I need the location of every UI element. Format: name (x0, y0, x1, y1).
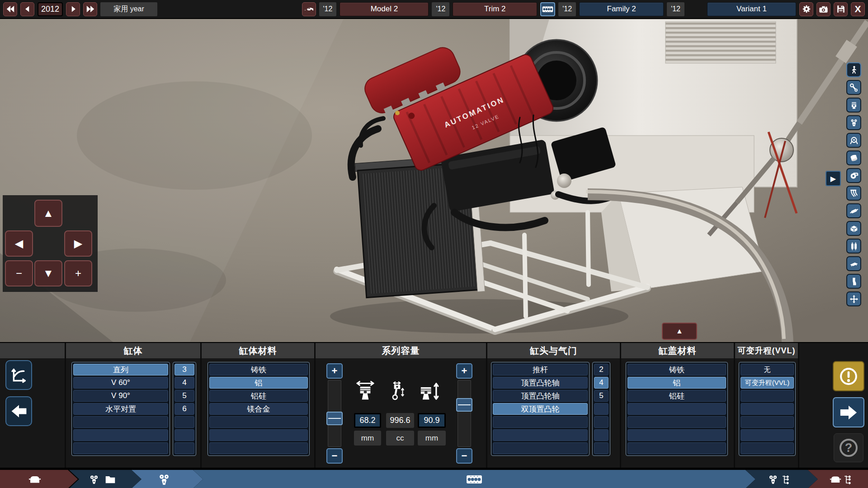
block-type-option[interactable]: V 60° (73, 377, 168, 389)
stroke-value[interactable]: 90.9 (418, 413, 446, 428)
bore-slider-handle[interactable] (326, 412, 343, 425)
engine-small-icon (769, 475, 777, 483)
vvl-option (741, 390, 794, 402)
variant-name-button[interactable]: Variant 1 (707, 2, 796, 16)
head-material-option[interactable]: 铸铁 (627, 364, 726, 375)
muffler-button[interactable] (846, 203, 861, 218)
head-type-option[interactable]: 顶置凸轮轴 (493, 390, 588, 402)
block-type-option[interactable]: V 90° (73, 390, 168, 402)
camera-zoom-out-button[interactable]: − (5, 260, 33, 286)
head-material-option[interactable]: 铝硅 (627, 390, 726, 402)
trim-name-button[interactable]: Trim 2 (453, 2, 537, 16)
valve-count-option[interactable]: 2 (594, 364, 609, 375)
car-model-button[interactable] (302, 2, 316, 16)
engine-family-button[interactable] (540, 2, 555, 16)
back-button[interactable] (5, 396, 32, 426)
conrod-button[interactable] (846, 80, 861, 95)
valve-count-option (594, 429, 609, 441)
help-icon: ? (840, 439, 858, 457)
block-material-option[interactable]: 铝 (209, 377, 308, 389)
warnings-button[interactable] (833, 361, 864, 391)
engine-large-icon (160, 474, 169, 485)
vvl-option (741, 429, 794, 441)
block-material-option[interactable]: 镁合金 (209, 403, 308, 415)
walking-person-button[interactable] (846, 62, 861, 77)
gear-icon (802, 5, 810, 13)
cylinder-count-option[interactable]: 5 (175, 390, 194, 402)
block-material-option[interactable]: 铝硅 (209, 390, 308, 402)
settings-button[interactable] (799, 2, 813, 16)
model-name-button[interactable]: Model 2 (340, 2, 429, 16)
block-material-option (209, 429, 308, 441)
engine-block-button[interactable] (846, 221, 861, 236)
camera-down-button[interactable]: ▼ (34, 260, 62, 286)
cylinder-count-option[interactable]: 3 (175, 364, 194, 375)
family-name-button[interactable]: Family 2 (579, 2, 664, 16)
step-back-icon (25, 6, 29, 12)
move-tool-button[interactable] (846, 291, 861, 306)
camera-up-button[interactable]: ▲ (34, 200, 62, 227)
expand-bottom-panel-button[interactable]: ▲ (662, 323, 697, 340)
head-type-option[interactable]: 双顶置凸轮 (493, 403, 588, 415)
save-button[interactable] (834, 2, 848, 16)
graphs-button[interactable] (5, 360, 32, 390)
engine-variants-tab[interactable] (745, 470, 818, 488)
cylinder-head-button[interactable] (846, 115, 861, 130)
camera-pad: ▲ ◀ ▶ − ▼ + (3, 195, 98, 292)
camera-zoom-in-button[interactable]: + (64, 260, 92, 286)
valve-count-option[interactable]: 4 (594, 377, 609, 389)
stroke-decrease-button[interactable]: − (456, 448, 472, 464)
engine-viewport[interactable]: AUTOMATION 12 VALVE ▲ ◀ ▶ − (0, 19, 868, 342)
valve-count-option[interactable]: 5 (594, 390, 609, 402)
help-button[interactable]: ? (834, 433, 863, 462)
stroke-slider-track[interactable] (458, 380, 471, 447)
expand-side-panel-button[interactable]: ▶ (826, 171, 841, 186)
block-type-option[interactable]: 直列 (73, 364, 168, 375)
camera-right-button[interactable]: ▶ (64, 230, 92, 257)
automation-engine-designer: 2012 家用 year '12 Model 2 '12 Trim 2 '12 … (0, 0, 868, 488)
year-forward-button[interactable] (66, 2, 80, 16)
belt-pulley-button[interactable] (846, 133, 861, 148)
cylinder-count-option[interactable]: 6 (175, 403, 194, 415)
exhaust-headers-button[interactable] (846, 186, 861, 201)
block-type-option[interactable]: 水平对置 (73, 403, 168, 415)
turbocharger-button[interactable] (846, 168, 861, 183)
engine-family-stage-tab[interactable] (193, 470, 755, 488)
camera-left-button[interactable]: ◀ (5, 230, 33, 257)
year-first-button[interactable] (3, 2, 17, 16)
stroke-slider-handle[interactable] (456, 398, 472, 412)
exhaust-headers-icon (849, 188, 859, 198)
piston-button[interactable] (846, 98, 861, 113)
capacity-header: 系列容量 (316, 343, 486, 358)
head-material-option[interactable]: 铝 (627, 377, 726, 389)
cylinder-count-option[interactable]: 4 (175, 377, 194, 389)
year-last-button[interactable] (83, 2, 97, 16)
bore-decrease-button[interactable]: − (326, 448, 343, 464)
undertray-button[interactable] (846, 256, 861, 271)
tree-icon (783, 475, 789, 484)
head-type-option[interactable]: 顶置凸轮轴 (493, 377, 588, 389)
block-material-option[interactable]: 铸铁 (209, 364, 308, 375)
bore-value[interactable]: 68.2 (354, 413, 381, 428)
air-filter-button[interactable] (846, 150, 861, 165)
engine-manager-tab[interactable] (69, 470, 142, 488)
twin-mufflers-button[interactable] (846, 239, 861, 253)
cylinder-count-option (175, 442, 194, 454)
head-type-option[interactable]: 推杆 (493, 364, 588, 375)
piston-icon (849, 100, 859, 110)
next-tab-button[interactable] (833, 397, 864, 427)
stroke-icon (418, 380, 440, 403)
close-button[interactable]: X (851, 2, 865, 16)
vvl-option[interactable]: 无 (741, 364, 794, 375)
year-back-button[interactable] (20, 2, 34, 16)
stroke-increase-button[interactable]: + (456, 363, 472, 379)
back-arrow-icon (11, 405, 26, 418)
engine-designer-tab[interactable] (132, 470, 203, 488)
exhaust-pipe-button[interactable] (846, 274, 861, 289)
save-icon (837, 5, 844, 13)
bore-increase-button[interactable]: + (326, 363, 343, 379)
photo-mode-button[interactable] (816, 2, 830, 16)
stroke-unit: mm (418, 431, 446, 446)
car-design-tab[interactable] (0, 470, 78, 488)
vvl-option[interactable]: 可变升程(VVL) (741, 377, 794, 389)
